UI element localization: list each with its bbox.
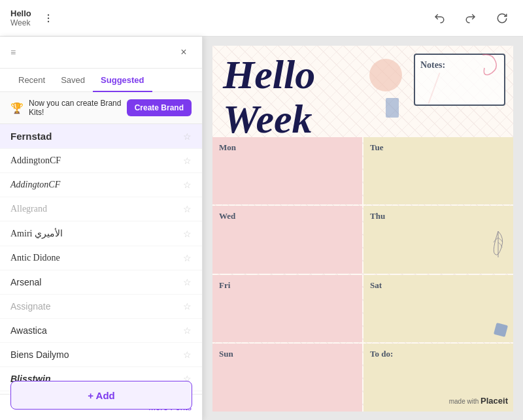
add-button-label: + Add: [88, 390, 115, 401]
days-grid: Mon Tue Wed Thu Fri: [212, 137, 513, 412]
notes-box: Notes:: [414, 54, 505, 106]
day-label-fri: Fri: [219, 280, 356, 291]
day-cell-thu: Thu: [363, 206, 513, 274]
doc-title-line1: Hello: [10, 8, 31, 18]
svg-point-1: [48, 17, 49, 18]
font-item-2[interactable]: AddingtonCF ☆: [0, 173, 202, 197]
canvas-hello: Hello: [223, 52, 315, 97]
star-icon[interactable]: ☆: [183, 301, 192, 312]
star-icon[interactable]: ☆: [183, 180, 192, 190]
top-bar: Hello Week: [0, 0, 523, 37]
font-name: AddingtonCF: [10, 180, 60, 190]
day-label-sat: Sat: [370, 280, 507, 291]
brand-kit-banner: 🏆 Now you can create Brand Kits! Create …: [0, 92, 202, 124]
add-button[interactable]: + Add: [10, 381, 192, 410]
watermark: made with Placeit: [449, 395, 508, 406]
day-label-thu: Thu: [370, 211, 507, 221]
font-item-8[interactable]: Awastica ☆: [0, 319, 202, 343]
star-icon[interactable]: ☆: [183, 155, 192, 166]
watermark-brand: Placeit: [481, 396, 508, 406]
brand-kit-icon: 🏆: [10, 102, 24, 114]
blue-diamond-deco: [494, 323, 508, 337]
font-name: Arsenal: [10, 277, 41, 287]
canvas-week: Week: [223, 97, 315, 141]
panel-header: ≡ ×: [0, 37, 202, 69]
refresh-button[interactable]: [492, 8, 513, 29]
doc-menu-button[interactable]: [39, 9, 58, 27]
font-list: Fernstad ☆ AddingtonCF ☆ AddingtonCF ☆ A…: [0, 124, 202, 394]
drag-handle-icon: ≡: [10, 47, 16, 57]
font-item-7[interactable]: Assignate ☆: [0, 295, 202, 319]
font-name: Allegrand: [10, 204, 47, 214]
tab-suggested[interactable]: Suggested: [93, 69, 152, 91]
svg-point-0: [48, 14, 49, 15]
font-item-6[interactable]: Arsenal ☆: [0, 270, 202, 295]
tab-saved[interactable]: Saved: [53, 69, 93, 91]
day-label-mon: Mon: [219, 142, 356, 153]
canvas-title: Hello Week: [223, 52, 315, 141]
watermark-text: made with: [449, 398, 481, 405]
day-label-sun: Sun: [219, 349, 356, 359]
doc-title-line2: Week: [10, 18, 31, 27]
font-name: Fernstad: [10, 131, 52, 142]
day-cell-sun: Sun: [212, 344, 362, 412]
deco-circle: [369, 59, 402, 91]
day-cell-sat: Sat: [363, 275, 513, 343]
font-item-4[interactable]: Amiri الأميري ☆: [0, 221, 202, 246]
create-brand-button[interactable]: Create Brand: [127, 99, 192, 116]
day-label-todo: To do:: [370, 349, 507, 359]
star-icon[interactable]: ☆: [183, 349, 192, 360]
star-icon[interactable]: ☆: [183, 325, 192, 336]
font-name: Biens Dailymo: [10, 349, 69, 360]
star-icon[interactable]: ☆: [183, 277, 192, 287]
leaf-decoration: [488, 228, 508, 261]
font-item-5[interactable]: Antic Didone ☆: [0, 246, 202, 270]
font-item-9[interactable]: Biens Dailymo ☆: [0, 343, 202, 367]
font-name: Assignate: [10, 301, 50, 312]
font-name: Amiri الأميري: [10, 228, 63, 239]
design-canvas: Hello Week Notes: Mon Tue Wed Thu: [212, 46, 513, 412]
svg-point-2: [48, 20, 49, 22]
day-cell-mon: Mon: [212, 137, 362, 205]
font-name: AddingtonCF: [10, 155, 61, 166]
notes-label: Notes:: [420, 60, 445, 71]
undo-button[interactable]: [429, 8, 450, 29]
notes-scribble: [479, 52, 499, 78]
font-item-0[interactable]: Fernstad ☆: [0, 124, 202, 149]
star-icon[interactable]: ☆: [183, 253, 192, 263]
star-icon[interactable]: ☆: [183, 204, 192, 214]
font-name: Antic Didone: [10, 253, 60, 263]
top-bar-actions: [429, 8, 513, 29]
font-panel: ≡ × Recent Saved Suggested 🏆 Now you can…: [0, 37, 203, 420]
day-label-wed: Wed: [219, 211, 356, 221]
font-name: Awastica: [10, 325, 47, 336]
panel-close-button[interactable]: ×: [176, 44, 192, 60]
canvas-area: Hello Week Notes: Mon Tue Wed Thu: [203, 37, 523, 420]
font-tabs: Recent Saved Suggested: [0, 69, 202, 92]
day-cell-wed: Wed: [212, 206, 362, 274]
redo-button[interactable]: [460, 8, 481, 29]
star-icon[interactable]: ☆: [183, 229, 192, 239]
font-item-3[interactable]: Allegrand ☆: [0, 197, 202, 221]
tab-recent[interactable]: Recent: [10, 69, 53, 91]
day-label-tue: Tue: [370, 142, 507, 153]
star-icon[interactable]: ☆: [183, 131, 192, 142]
day-cell-tue: Tue: [363, 137, 513, 205]
day-cell-todo: To do: made with Placeit: [363, 344, 513, 412]
deco-rect: [386, 98, 399, 118]
font-item-1[interactable]: AddingtonCF ☆: [0, 149, 202, 173]
document-title: Hello Week: [10, 8, 31, 27]
brand-kit-text: Now you can create Brand Kits!: [29, 99, 122, 117]
day-cell-fri: Fri: [212, 275, 362, 343]
